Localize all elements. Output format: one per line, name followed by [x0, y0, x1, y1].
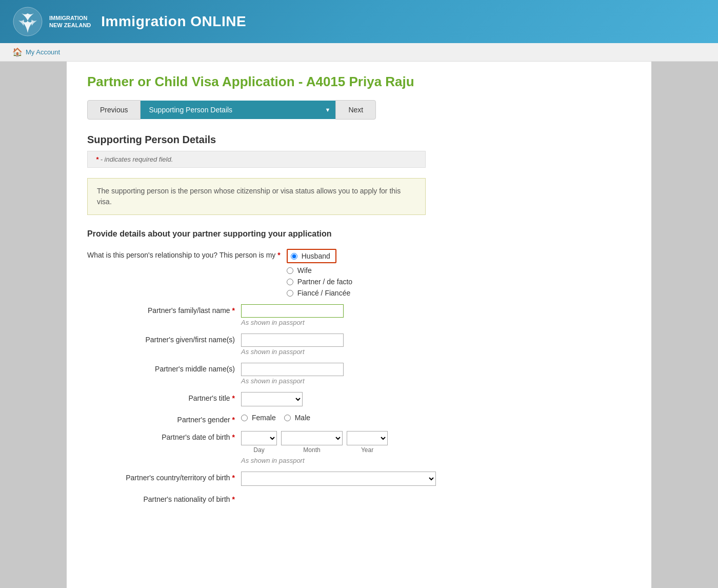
given-name-hint: As shown in passport — [241, 348, 631, 356]
radio-husband[interactable] — [291, 253, 297, 260]
dob-month-select[interactable] — [281, 431, 343, 445]
gender-label: Partner's gender * — [87, 414, 241, 424]
required-note-text: - indicates required field. — [98, 155, 173, 163]
info-text: The supporting person is the person whos… — [97, 187, 401, 206]
gender-field: Female Male — [241, 414, 631, 422]
title-label: Partner's title * — [87, 392, 241, 402]
family-name-input[interactable] — [241, 304, 344, 318]
nz-fern-logo — [12, 6, 43, 37]
family-name-row: Partner's family/last name * As shown in… — [87, 304, 631, 326]
dob-day-select[interactable] — [241, 431, 277, 445]
radio-male-item[interactable]: Male — [284, 414, 310, 422]
section-heading: Supporting Person Details — [87, 134, 631, 146]
title-star: * — [232, 394, 235, 402]
radio-wife-label: Wife — [297, 266, 312, 275]
previous-button[interactable]: Previous — [87, 100, 141, 120]
logo-area: IMMIGRATION NEW ZEALAND — [12, 6, 91, 37]
day-label: Day — [253, 446, 264, 454]
given-name-row: Partner's given/first name(s) As shown i… — [87, 334, 631, 356]
relationship-label-text: What is this person's relationship to yo… — [87, 251, 275, 259]
breadcrumb-bar: 🏠 My Account — [0, 43, 718, 62]
radio-wife[interactable] — [287, 267, 293, 274]
family-name-label-text: Partner's family/last name — [148, 306, 230, 315]
nationality-star: * — [232, 495, 235, 503]
husband-highlight-box: Husband — [287, 249, 336, 263]
title-field: Mr Mrs Ms Dr — [241, 392, 631, 406]
site-title: Immigration ONLINE — [101, 13, 246, 30]
main-content: Partner or Child Visa Application - A401… — [67, 62, 651, 588]
month-label: Month — [303, 446, 320, 454]
date-selects: Day Month Year — [241, 431, 631, 454]
radio-male[interactable] — [284, 415, 291, 421]
family-name-hint: As shown in passport — [241, 319, 631, 326]
my-account-link[interactable]: My Account — [26, 48, 60, 56]
dob-year-select[interactable] — [347, 431, 388, 445]
section-select[interactable]: Supporting Person Details — [141, 101, 335, 119]
date-group: Day Month Year As show — [241, 431, 631, 464]
title-row: Partner's title * Mr Mrs Ms Dr — [87, 392, 631, 406]
radio-husband-label: Husband — [302, 252, 330, 260]
relationship-label: What is this person's relationship to yo… — [87, 249, 287, 259]
radio-partner-item[interactable]: Partner / de facto — [287, 278, 631, 286]
radio-partner[interactable] — [287, 279, 293, 285]
family-name-star: * — [232, 306, 235, 315]
middle-name-label: Partner's middle name(s) — [87, 363, 241, 373]
family-name-field: As shown in passport — [241, 304, 631, 326]
home-icon: 🏠 — [12, 47, 23, 57]
info-box: The supporting person is the person whos… — [87, 178, 426, 215]
dob-label-text: Partner's date of birth — [162, 433, 230, 441]
year-wrapper: Year — [347, 431, 388, 454]
site-header: IMMIGRATION NEW ZEALAND Immigration ONLI… — [0, 0, 718, 43]
country-birth-label-text: Partner's country/territory of birth — [126, 474, 230, 482]
logo-text-block: IMMIGRATION NEW ZEALAND — [49, 14, 91, 29]
dob-star: * — [232, 433, 235, 441]
country-birth-label: Partner's country/territory of birth * — [87, 472, 241, 482]
day-wrapper: Day — [241, 431, 277, 454]
logo-line1: IMMIGRATION — [49, 14, 91, 22]
country-birth-row: Partner's country/territory of birth * — [87, 472, 631, 486]
given-name-field: As shown in passport — [241, 334, 631, 356]
radio-female[interactable] — [241, 415, 248, 421]
form-section-title: Provide details about your partner suppo… — [87, 229, 631, 239]
given-name-input[interactable] — [241, 334, 344, 347]
relationship-radio-group: Husband Wife Partner / de facto Fiancé /… — [287, 249, 631, 297]
radio-husband-item[interactable]: Husband — [287, 249, 631, 263]
country-birth-star: * — [232, 474, 235, 482]
next-button[interactable]: Next — [335, 100, 376, 120]
radio-male-label: Male — [295, 414, 310, 422]
middle-name-input[interactable] — [241, 363, 344, 376]
nationality-row: Partner's nationality of birth * — [87, 493, 631, 503]
logo-line2: NEW ZEALAND — [49, 22, 91, 29]
nationality-label: Partner's nationality of birth * — [87, 493, 241, 503]
year-label: Year — [361, 446, 373, 454]
page-title: Partner or Child Visa Application - A401… — [87, 74, 631, 90]
radio-female-item[interactable]: Female — [241, 414, 276, 422]
gender-radio-group: Female Male — [241, 414, 631, 422]
middle-name-row: Partner's middle name(s) As shown in pas… — [87, 363, 631, 385]
radio-female-label: Female — [252, 414, 276, 422]
gender-row: Partner's gender * Female Male — [87, 414, 631, 424]
middle-name-field: As shown in passport — [241, 363, 631, 385]
dob-row: Partner's date of birth * Day — [87, 431, 631, 464]
gender-star: * — [232, 416, 235, 424]
country-birth-field — [241, 472, 631, 486]
dob-label: Partner's date of birth * — [87, 431, 241, 441]
title-select[interactable]: Mr Mrs Ms Dr — [241, 392, 303, 406]
relationship-required-star: * — [277, 251, 280, 259]
nationality-label-text: Partner's nationality of birth — [143, 495, 230, 503]
dob-field: Day Month Year As show — [241, 431, 631, 464]
section-navigation: Previous Supporting Person Details ▼ Nex… — [87, 100, 631, 120]
radio-partner-label: Partner / de facto — [297, 278, 352, 286]
given-name-label: Partner's given/first name(s) — [87, 334, 241, 344]
radio-fiance[interactable] — [287, 290, 293, 297]
required-note-box: * - indicates required field. — [87, 151, 426, 168]
gender-label-text: Partner's gender — [177, 416, 230, 424]
country-birth-select[interactable] — [241, 472, 436, 486]
relationship-row: What is this person's relationship to yo… — [87, 249, 631, 297]
middle-name-hint: As shown in passport — [241, 377, 631, 385]
month-wrapper: Month — [281, 431, 343, 454]
relationship-field: Husband Wife Partner / de facto Fiancé /… — [287, 249, 631, 297]
radio-wife-item[interactable]: Wife — [287, 266, 631, 275]
radio-fiance-item[interactable]: Fiancé / Fiancée — [287, 289, 631, 297]
title-label-text: Partner's title — [188, 394, 230, 402]
